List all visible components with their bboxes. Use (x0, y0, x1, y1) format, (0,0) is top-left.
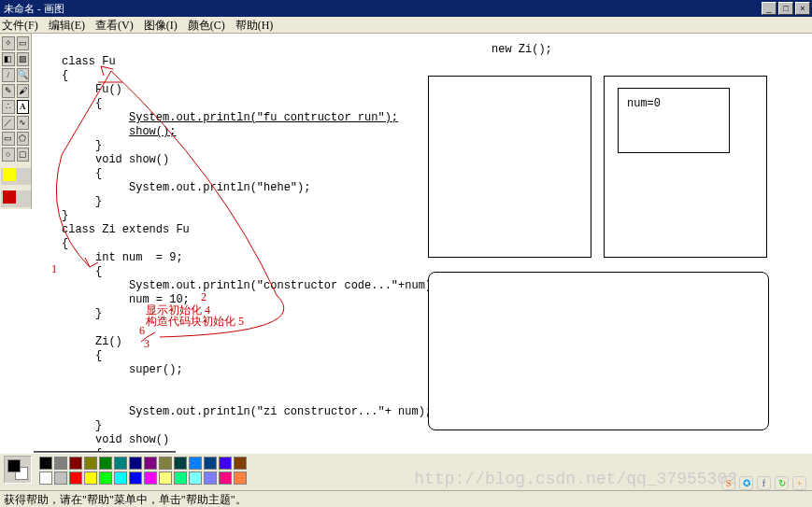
palette-color[interactable] (234, 457, 247, 470)
palette-color[interactable] (129, 472, 142, 485)
palette-color[interactable] (204, 472, 217, 485)
palette-color[interactable] (159, 472, 172, 485)
right-call: new Zi(); (491, 43, 552, 56)
palette-color[interactable] (129, 457, 142, 470)
share-icon[interactable]: S (721, 476, 735, 490)
tool-rect-select[interactable]: ▭ (17, 36, 30, 50)
tool-ellipse[interactable]: ○ (2, 148, 15, 162)
close-button[interactable]: × (795, 2, 810, 15)
share-icon[interactable]: + (792, 476, 806, 490)
ann-3: 3 (144, 337, 150, 351)
box-left (428, 76, 591, 258)
palette-color[interactable] (54, 472, 67, 485)
color-well[interactable] (4, 456, 32, 484)
num-label: num=0 (627, 97, 661, 110)
palette-color[interactable] (84, 457, 97, 470)
maximize-button[interactable]: □ (778, 2, 793, 15)
palette-color[interactable] (189, 457, 202, 470)
tool-option-2[interactable] (1, 190, 31, 207)
palette-color[interactable] (144, 472, 157, 485)
palette-color[interactable] (114, 457, 127, 470)
palette-grid (38, 456, 248, 486)
palette-color[interactable] (189, 472, 202, 485)
share-icon[interactable]: f (757, 476, 771, 490)
ann-5: 构造代码块初始化 5 (146, 314, 244, 330)
menu-image[interactable]: 图像(I) (144, 19, 178, 32)
box-bottom (428, 272, 769, 430)
menu-bar: 文件(F) 编辑(E) 查看(V) 图像(I) 颜色(C) 帮助(H) (0, 17, 812, 34)
tool-airbrush[interactable]: ∴ (2, 100, 15, 114)
ann-1: 1 (51, 262, 57, 276)
palette-color[interactable] (99, 472, 112, 485)
palette-color[interactable] (99, 457, 112, 470)
toolbox: ✧▭ ◧▨ /🔍 ✎🖌 ∴A ／∿ ▭⬠ ○▢ (0, 34, 32, 209)
palette-color[interactable] (69, 472, 82, 485)
palette-color[interactable] (144, 457, 157, 470)
palette-color[interactable] (204, 457, 217, 470)
share-icons: S ✪ f ↻ + (720, 476, 806, 490)
status-text: 获得帮助，请在"帮助"菜单中，单击"帮助主题"。 (4, 493, 247, 506)
watermark: http://blog.csdn.net/qq_37955302 (414, 470, 737, 488)
tool-fill[interactable]: ▨ (17, 52, 30, 66)
app-title: 未命名 - 画图 (4, 0, 64, 17)
tool-text[interactable]: A (17, 100, 30, 114)
palette-color[interactable] (39, 472, 52, 485)
palette-color[interactable] (174, 472, 187, 485)
palette-color[interactable] (159, 457, 172, 470)
palette-color[interactable] (114, 472, 127, 485)
share-icon[interactable]: ↻ (775, 476, 789, 490)
canvas-area[interactable]: class Fu { Fu() { System.out.println("fu… (34, 34, 812, 453)
tool-freeform-select[interactable]: ✧ (2, 36, 15, 50)
code-text: class Fu { Fu() { System.out.println("fu… (62, 41, 438, 453)
menu-view[interactable]: 查看(V) (95, 19, 134, 32)
minimize-button[interactable]: _ (762, 2, 776, 15)
tool-option-1[interactable] (1, 168, 31, 185)
palette-color[interactable] (84, 472, 97, 485)
palette-color[interactable] (234, 472, 247, 485)
tool-brush[interactable]: 🖌 (17, 84, 30, 98)
palette-color[interactable] (54, 457, 67, 470)
palette-color[interactable] (219, 457, 232, 470)
tool-rect[interactable]: ▭ (2, 132, 15, 146)
tool-rounded-rect[interactable]: ▢ (17, 148, 30, 162)
menu-edit[interactable]: 编辑(E) (49, 19, 85, 32)
tool-eraser[interactable]: ◧ (2, 52, 15, 66)
ann-6: 6 (139, 324, 145, 338)
tool-picker[interactable]: / (2, 68, 15, 82)
palette-color[interactable] (39, 457, 52, 470)
menu-help[interactable]: 帮助(H) (235, 19, 274, 32)
title-bar: 未命名 - 画图 _ □ × (0, 0, 812, 17)
menu-file[interactable]: 文件(F) (2, 19, 38, 32)
palette-color[interactable] (174, 457, 187, 470)
menu-color[interactable]: 颜色(C) (188, 19, 225, 32)
tool-line[interactable]: ／ (2, 116, 15, 130)
palette-color[interactable] (69, 457, 82, 470)
share-icon[interactable]: ✪ (739, 476, 753, 490)
tool-pencil[interactable]: ✎ (2, 84, 15, 98)
palette-color[interactable] (219, 472, 232, 485)
tool-curve[interactable]: ∿ (17, 116, 30, 130)
tool-zoom[interactable]: 🔍 (17, 68, 30, 82)
tool-polygon[interactable]: ⬠ (17, 132, 30, 146)
status-bar: 获得帮助，请在"帮助"菜单中，单击"帮助主题"。 (0, 490, 812, 507)
